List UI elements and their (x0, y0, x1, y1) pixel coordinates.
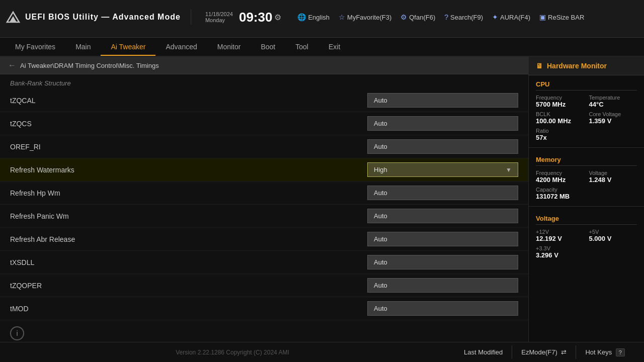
header-top: UEFI BIOS Utility — Advanced Mode 11/18/… (5, 9, 639, 25)
val-tZQCS: Auto (374, 120, 387, 127)
hw-monitor-title: 🖥 Hardware Monitor (529, 57, 644, 75)
label-tZQCS: tZQCS (10, 120, 367, 128)
tool-aura[interactable]: ✦ AURA(F4) (492, 13, 530, 21)
value-tZQCAL: Auto (367, 93, 518, 108)
val-tZQCAL: Auto (374, 97, 387, 104)
tool-aura-label: AURA(F4) (500, 14, 530, 21)
main-nav: My Favorites Main Ai Tweaker Advanced Mo… (0, 38, 644, 57)
setting-tMOD: tMOD Auto (0, 297, 528, 320)
label-RefreshHpWm: Refresh Hp Wm (10, 189, 367, 197)
box-OREF_RI[interactable]: Auto (367, 139, 518, 154)
tool-search[interactable]: ? Search(F9) (444, 13, 483, 21)
volt-12v-label: +12V 12.192 V (536, 229, 584, 242)
resize-icon: ▣ (539, 13, 546, 21)
ezmode-icon: ⇄ (561, 348, 567, 356)
fan-icon: ⚙ (400, 13, 407, 21)
box-tZQCAL[interactable]: Auto (367, 93, 518, 108)
tool-resizebar-label: ReSize BAR (548, 14, 584, 21)
breadcrumb-arrow: ← (8, 61, 16, 70)
setting-tZQCAL: tZQCAL Auto (0, 89, 528, 112)
footer-version: Version 2.22.1286 Copyright (C) 2024 AMI (176, 349, 289, 356)
label-tMOD: tMOD (10, 305, 367, 313)
val-tMOD: Auto (374, 305, 387, 312)
nav-tool[interactable]: Tool (285, 39, 318, 56)
volt-33v-area: +3.3V 3.296 V (536, 245, 637, 259)
tool-search-label: Search(F9) (450, 14, 483, 21)
memory-section: Memory Frequency 4200 MHz Voltage 1.248 … (529, 151, 644, 203)
footer: Version 2.22.1286 Copyright (C) 2024 AMI… (0, 342, 644, 362)
voltage-section: Voltage +12V 12.192 V +5V 5.000 V +3.3V … (529, 210, 644, 262)
tool-english[interactable]: 🌐 English (297, 13, 330, 21)
app-title: UEFI BIOS Utility — Advanced Mode (25, 13, 181, 22)
label-tZQCAL: tZQCAL (10, 97, 367, 105)
nav-main[interactable]: Main (65, 39, 101, 56)
tool-resizebar[interactable]: ▣ ReSize BAR (539, 13, 584, 21)
box-tXSDLL[interactable]: Auto (367, 255, 518, 269)
last-modified-label: Last Modified (464, 348, 503, 356)
gear-icon: ⚙ (274, 13, 281, 22)
tool-myfavorite[interactable]: ☆ MyFavorite(F3) (339, 13, 391, 21)
tool-qfan-label: Qfan(F6) (409, 14, 435, 21)
nav-monitor[interactable]: Monitor (207, 39, 251, 56)
nav-advanced[interactable]: Advanced (155, 39, 207, 56)
value-tZQCS: Auto (367, 116, 518, 131)
datetime-area: 11/18/2024 Monday (205, 11, 233, 23)
box-tZQOPER[interactable]: Auto (367, 278, 518, 293)
nav-exit[interactable]: Exit (318, 39, 350, 56)
tool-qfan[interactable]: ⚙ Qfan(F6) (400, 13, 435, 21)
globe-icon: 🌐 (297, 13, 306, 21)
val-tZQOPER: Auto (374, 282, 387, 289)
setting-OREF_RI: OREF_RI Auto (0, 135, 528, 158)
val-RefreshPanicWm: Auto (374, 212, 387, 220)
info-icon[interactable]: i (10, 326, 24, 340)
nav-my-favorites[interactable]: My Favorites (5, 39, 65, 56)
cpu-corevolt-label: Core Voltage 1.359 V (589, 111, 637, 125)
box-RefreshPanicWm[interactable]: Auto (367, 209, 518, 223)
box-RefreshHpWm[interactable]: Auto (367, 186, 518, 200)
section-heading: Bank-Rank Structure (0, 74, 528, 89)
box-RefreshAbrRelease[interactable]: Auto (367, 232, 518, 246)
label-tXSDLL: tXSDLL (10, 258, 367, 266)
ezmode-button[interactable]: EzMode(F7) ⇄ (512, 345, 576, 359)
value-RefreshHpWm: Auto (367, 186, 518, 200)
box-tZQCS[interactable]: Auto (367, 116, 518, 131)
setting-RefreshPanicWm: Refresh Panic Wm Auto (0, 205, 528, 228)
header-tools: 🌐 English ☆ MyFavorite(F3) ⚙ Qfan(F6) ? … (297, 13, 584, 21)
setting-RefreshHpWm: Refresh Hp Wm Auto (0, 182, 528, 205)
setting-tZQOPER: tZQOPER Auto (0, 274, 528, 297)
val-RefreshHpWm: Auto (374, 189, 387, 197)
ezmode-label: EzMode(F7) (521, 348, 557, 356)
cpu-freq-label: Frequency 5700 MHz (536, 95, 584, 108)
last-modified-button[interactable]: Last Modified (455, 345, 512, 359)
breadcrumb[interactable]: ← Ai Tweaker\DRAM Timing Control\Misc. T… (0, 57, 528, 74)
settings-list: tZQCAL Auto tZQCS Auto OREF_RI (0, 89, 528, 320)
memory-section-title: Memory (536, 156, 637, 166)
box-tMOD[interactable]: Auto (367, 301, 518, 316)
value-RefreshWatermarks: High ▼ (367, 162, 518, 177)
nav-ai-tweaker[interactable]: Ai Tweaker (101, 39, 155, 56)
voltage-grid: +12V 12.192 V +5V 5.000 V (536, 229, 637, 242)
breadcrumb-path: Ai Tweaker\DRAM Timing Control\Misc. Tim… (20, 62, 159, 69)
cpu-section: CPU Frequency 5700 MHz Temperature 44°C … (529, 75, 644, 144)
cpu-divider (529, 147, 644, 148)
setting-RefreshWatermarks: Refresh Watermarks High ▼ (0, 158, 528, 182)
val-RefreshAbrRelease: Auto (374, 235, 387, 243)
footer-actions: Last Modified EzMode(F7) ⇄ Hot Keys ? (455, 345, 634, 359)
tool-myfavorite-label: MyFavorite(F3) (347, 14, 391, 21)
nav-boot[interactable]: Boot (251, 39, 285, 56)
hotkeys-label: Hot Keys (585, 348, 612, 356)
label-tZQOPER: tZQOPER (10, 282, 367, 290)
value-RefreshAbrRelease: Auto (367, 232, 518, 246)
label-RefreshAbrRelease: Refresh Abr Release (10, 235, 367, 243)
cpu-grid: Frequency 5700 MHz Temperature 44°C BCLK… (536, 95, 637, 125)
label-RefreshPanicWm: Refresh Panic Wm (10, 212, 367, 220)
voltage-section-title: Voltage (536, 215, 637, 225)
logo-area: UEFI BIOS Utility — Advanced Mode (5, 9, 181, 25)
dropdown-RefreshWatermarks[interactable]: High ▼ (367, 162, 518, 177)
hotkeys-button[interactable]: Hot Keys ? (576, 345, 634, 359)
cpu-section-title: CPU (536, 80, 637, 90)
star-icon: ☆ (339, 13, 345, 21)
value-tMOD: Auto (367, 301, 518, 316)
content-area: ← Ai Tweaker\DRAM Timing Control\Misc. T… (0, 57, 528, 342)
date-text: 11/18/2024 (205, 11, 233, 17)
